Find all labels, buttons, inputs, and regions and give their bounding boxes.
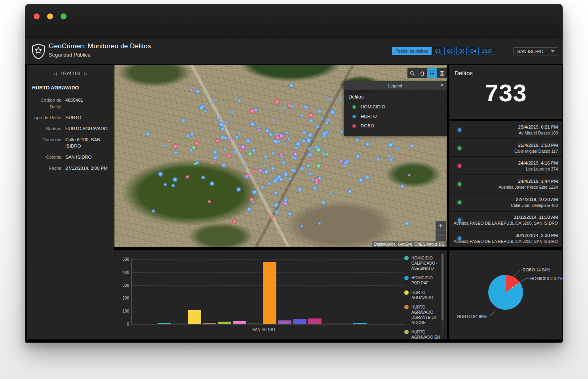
crime-point[interactable] xyxy=(274,99,281,105)
crime-point[interactable] xyxy=(308,171,313,176)
bar-series-8[interactable] xyxy=(278,320,291,324)
filter-q1-button[interactable]: Q1 xyxy=(433,47,443,55)
crime-point[interactable] xyxy=(191,145,196,150)
zoom-out-button[interactable]: − xyxy=(436,231,446,241)
crime-point[interactable] xyxy=(314,181,319,186)
crime-point[interactable] xyxy=(325,152,329,156)
crime-point[interactable] xyxy=(173,150,179,155)
bar-series-6[interactable] xyxy=(248,324,261,324)
crime-point[interactable] xyxy=(240,144,247,150)
crime-point[interactable] xyxy=(365,141,371,147)
crime-point[interactable] xyxy=(230,110,234,114)
incident-list-item[interactable]: 22/4/2019, 10:20 AMCalle Juan Dellepiani… xyxy=(450,193,562,212)
crime-point[interactable] xyxy=(329,109,336,115)
maximize-window-button[interactable] xyxy=(61,13,67,19)
crime-point[interactable] xyxy=(285,131,289,135)
crime-point[interactable] xyxy=(247,151,253,157)
crime-point[interactable] xyxy=(257,128,261,132)
crime-point[interactable] xyxy=(163,182,167,187)
incident-list-item[interactable]: 30/12/2014, 2:30 PMAvenida PASEO DE LA R… xyxy=(450,229,562,247)
crime-point[interactable] xyxy=(278,176,284,182)
crime-point[interactable] xyxy=(274,209,279,214)
crime-point[interactable] xyxy=(288,82,295,89)
crime-point[interactable] xyxy=(300,166,304,171)
crime-point[interactable] xyxy=(258,168,263,173)
crime-point[interactable] xyxy=(212,155,218,161)
crime-point[interactable] xyxy=(376,157,381,162)
close-window-button[interactable] xyxy=(34,13,40,19)
crime-point[interactable] xyxy=(238,131,242,135)
filter-all-delitos-button[interactable]: Todos los delitos xyxy=(392,47,431,55)
crime-point[interactable] xyxy=(282,171,289,178)
pie-chart[interactable] xyxy=(488,275,523,310)
crime-point[interactable] xyxy=(290,168,295,173)
crime-point[interactable] xyxy=(345,159,350,164)
bar-legend-item[interactable]: HURTO AGRAVADO xyxy=(404,290,441,300)
bar-HURTO AGRAVADO DURANTE LA NOCHE[interactable] xyxy=(203,323,216,324)
crime-point[interactable] xyxy=(295,140,301,147)
crime-point[interactable] xyxy=(172,143,179,150)
crime-point[interactable] xyxy=(303,104,308,110)
crime-point[interactable] xyxy=(396,146,400,151)
legend-icon[interactable] xyxy=(427,68,437,78)
crime-point[interactable] xyxy=(190,88,194,92)
crime-point[interactable] xyxy=(157,171,164,177)
crime-point[interactable] xyxy=(252,169,257,173)
crime-point[interactable] xyxy=(307,132,314,138)
crime-point[interactable] xyxy=(347,172,351,176)
crime-point[interactable] xyxy=(278,133,284,139)
crime-point[interactable] xyxy=(234,135,240,140)
crime-point[interactable] xyxy=(297,186,303,192)
crime-point[interactable] xyxy=(245,138,252,144)
crime-point[interactable] xyxy=(225,120,229,124)
minimize-window-button[interactable] xyxy=(47,13,53,19)
crime-point[interactable] xyxy=(263,163,266,167)
incident-list-item[interactable]: 25/4/2019, 6:21 PMAv Miguel Dasso 100 xyxy=(450,121,562,139)
crime-point[interactable] xyxy=(283,201,288,206)
crime-point[interactable] xyxy=(223,135,228,140)
filter-year-button[interactable]: 2019 xyxy=(480,47,494,55)
crime-point[interactable] xyxy=(226,153,232,158)
crime-point[interactable] xyxy=(309,118,314,123)
bar-series-11[interactable] xyxy=(323,324,337,324)
crime-point[interactable] xyxy=(347,189,352,194)
incident-list-item[interactable]: 24/4/2019, 4:16 PMLos Laureles 374 xyxy=(450,157,562,175)
crime-point[interactable] xyxy=(273,190,279,196)
prev-feature-button[interactable]: ◁ xyxy=(53,71,56,76)
legend-titlebar[interactable]: Legend × xyxy=(344,81,447,90)
crime-point[interactable] xyxy=(315,147,322,153)
bar-legend-item[interactable]: HURTO AGRAVADO DURANTE LA NOCHE xyxy=(404,305,441,325)
crime-point[interactable] xyxy=(209,180,215,187)
crime-point[interactable] xyxy=(181,118,186,123)
crime-point[interactable] xyxy=(249,108,255,114)
crime-point[interactable] xyxy=(223,148,227,152)
crime-point[interactable] xyxy=(263,169,270,175)
crime-point[interactable] xyxy=(287,103,292,108)
bar-series-5[interactable] xyxy=(233,321,246,324)
crime-point[interactable] xyxy=(400,184,405,189)
bar-HURTO AGRAVADO EN[interactable] xyxy=(218,322,231,324)
crime-point[interactable] xyxy=(216,116,221,121)
bar-series-13[interactable] xyxy=(353,323,367,324)
crime-point[interactable] xyxy=(243,163,247,167)
crime-point[interactable] xyxy=(364,174,371,180)
crime-point[interactable] xyxy=(207,199,211,203)
crime-point[interactable] xyxy=(317,108,322,114)
legend-scrollbar-thumb[interactable] xyxy=(441,254,443,320)
crime-point[interactable] xyxy=(167,139,171,143)
next-feature-button[interactable]: ▷ xyxy=(84,71,88,76)
crime-point[interactable] xyxy=(403,155,407,158)
region-dropdown[interactable]: SAN ISIDRO xyxy=(514,47,558,55)
crime-point[interactable] xyxy=(195,89,201,94)
crime-point[interactable] xyxy=(328,191,332,195)
bar-series-7[interactable] xyxy=(263,262,276,324)
crime-point[interactable] xyxy=(287,137,291,141)
zoom-in-button[interactable]: + xyxy=(436,221,446,231)
crime-point[interactable] xyxy=(237,98,242,103)
crime-point[interactable] xyxy=(145,131,150,137)
crime-point[interactable] xyxy=(260,185,265,190)
bar-legend-item[interactable]: HOMICIDIO POR PAF xyxy=(404,275,441,286)
crime-point[interactable] xyxy=(299,113,304,118)
search-icon[interactable] xyxy=(407,68,417,78)
bar-series-12[interactable] xyxy=(338,324,352,324)
